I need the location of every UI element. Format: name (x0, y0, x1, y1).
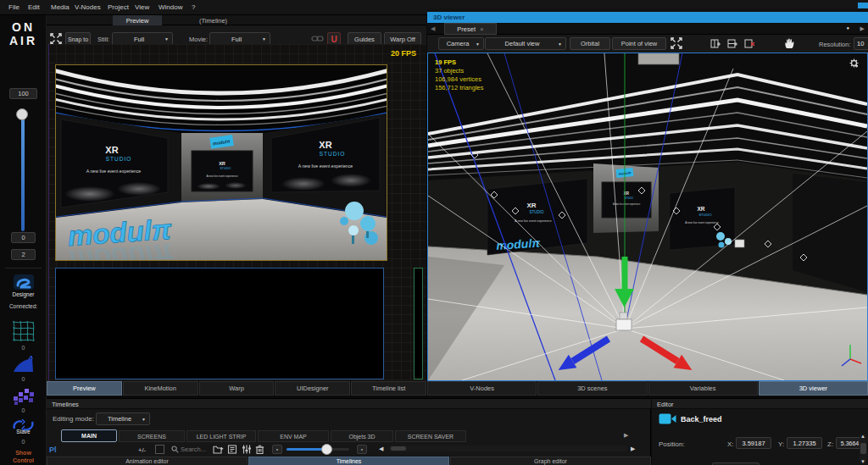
fullscreen-icon[interactable] (670, 37, 682, 49)
add-folder-icon[interactable] (213, 445, 224, 454)
timeline-tab-objets3d[interactable]: Objets 3D (331, 430, 393, 442)
chevron-right-icon[interactable]: ▶ (860, 25, 865, 32)
default-view-dropdown[interactable]: Default view ▼ (485, 37, 566, 50)
timeline-zoom-slider-track[interactable] (287, 448, 349, 451)
opacity-value-button[interactable]: 100 (9, 88, 37, 99)
designer-icon[interactable] (13, 274, 35, 291)
scroll-down-arrow[interactable]: ▼ (860, 459, 865, 464)
menu-view[interactable]: View (135, 3, 149, 11)
scroll-up-arrow[interactable]: ▲ (860, 434, 865, 439)
master-slider-track[interactable] (21, 110, 25, 231)
resolution-field[interactable]: 10 (854, 37, 868, 50)
gear-icon[interactable] (849, 58, 859, 68)
close-split-icon[interactable] (744, 38, 755, 49)
fullscreen-icon[interactable] (50, 33, 62, 45)
tab-uidesigner[interactable]: UIDesigner (275, 381, 350, 396)
viewer-bottom-tabs: V-Nodes 3D scenes Variables 3D viewer (427, 381, 868, 396)
connected-label: Connected: (0, 303, 47, 309)
tab-3d-viewer[interactable]: 3D viewer (759, 381, 868, 396)
editor-vscrollbar-thumb[interactable] (860, 443, 866, 454)
tab-preview[interactable]: Preview (113, 15, 162, 25)
pixel-count: 0 (0, 407, 47, 413)
scroll-right-arrow[interactable]: ▶ (631, 446, 635, 452)
stats-triangles: 156,712 triangles (435, 84, 484, 92)
tab-preview-bottom[interactable]: Preview (47, 381, 122, 396)
y-value-field[interactable]: 1.27335 (787, 437, 822, 449)
point-of-view-button[interactable]: Point of view (612, 37, 666, 50)
trash-icon[interactable] (255, 445, 264, 454)
on-air-line1: ON (0, 20, 47, 34)
menu-edit[interactable]: Edit (28, 3, 40, 11)
split-horizontal-icon[interactable] (727, 38, 738, 49)
tab-variables[interactable]: Variables (648, 381, 758, 396)
add-remove-label[interactable]: +/- (138, 446, 146, 454)
editor-vscrollbar[interactable]: ▲ ▼ (860, 435, 867, 463)
scroll-left-arrow[interactable]: ◀ (379, 446, 383, 452)
tab-overflow-arrow[interactable]: ▶ (624, 432, 628, 439)
menu-window[interactable]: Window (159, 3, 182, 11)
tab-graph-editor[interactable]: Graph editor (450, 457, 651, 465)
timelines-title: Timelines (52, 401, 79, 408)
tab-timeline-list[interactable]: Timeline list (351, 381, 426, 396)
svg-text:STUDIO: STUDIO (320, 151, 346, 157)
timeline-tab-screens[interactable]: SCREENS (119, 430, 185, 442)
svg-text:A new live event experience: A new live event experience (298, 163, 353, 169)
x-value-field[interactable]: 3.59187 (736, 437, 771, 449)
preview-viewport[interactable]: 20 FPS (47, 44, 426, 381)
clipped-label: Pl (49, 446, 57, 454)
timelines-header: Timelines (47, 399, 651, 409)
orbital-button[interactable]: Orbital (570, 37, 610, 50)
close-icon[interactable]: × (480, 25, 484, 33)
note-icon[interactable] (227, 445, 237, 454)
green-strip-frame (414, 268, 423, 379)
master-slider-thumb[interactable] (16, 108, 28, 120)
tab-kinemotion[interactable]: KineMotion (123, 381, 198, 396)
show-control-label[interactable]: Show Control (0, 449, 47, 464)
y-label: Y: (778, 440, 784, 448)
mixer-icon[interactable] (242, 445, 252, 454)
tab-animation-editor[interactable]: Animation editor (47, 457, 248, 465)
dot-button[interactable]: ● (846, 25, 849, 30)
menu-project[interactable]: Project (108, 3, 129, 11)
timeline-zoom-slider-thumb[interactable] (321, 444, 332, 455)
tab-3d-scenes[interactable]: 3D scenes (537, 381, 647, 396)
zoom-out-button[interactable]: ● (272, 445, 282, 454)
filter-checkbox[interactable] (155, 445, 164, 454)
zoom-in-button[interactable]: ● (357, 445, 367, 454)
viewer-title: 3D viewer (433, 14, 465, 21)
timeline-tab-screensaver[interactable]: SCREEN SAVER (395, 430, 466, 442)
tab-vnodes[interactable]: V-Nodes (427, 381, 537, 396)
viewer-titlebar[interactable]: 3D viewer (427, 12, 868, 23)
value-low-button[interactable]: 2 (11, 249, 36, 260)
sidebar-divider (5, 268, 42, 268)
camera-dropdown[interactable]: Camera ▼ (438, 37, 484, 50)
stats-objects: 37 objects (435, 67, 484, 75)
tab-preset[interactable]: Preset × (444, 23, 497, 35)
timelines-panel: Timelines Editing mode: Timeline ▼ MAIN … (47, 398, 651, 465)
wave-icon[interactable] (13, 356, 35, 374)
menu-vnodes[interactable]: V-Nodes (75, 3, 101, 11)
pan-hand-icon[interactable] (783, 37, 796, 50)
timeline-hscrollbar[interactable] (388, 446, 627, 451)
on-air-indicator: ON AIR (0, 20, 47, 47)
warp-grid-icon[interactable] (11, 320, 36, 342)
designer-label: Designer (0, 291, 47, 297)
viewer-viewport[interactable]: XR STUDIO A new live event experience mo… (427, 53, 868, 381)
link-icon[interactable] (311, 34, 324, 43)
menu-media[interactable]: Media (51, 3, 70, 11)
timeline-tab-envmap[interactable]: ENV MAP (258, 430, 329, 442)
split-vertical-icon[interactable] (710, 38, 721, 49)
viewer-render: XR STUDIO A new live event experience mo… (428, 53, 867, 380)
timeline-tab-led[interactable]: LED LIGHT STRIP (186, 430, 256, 442)
editing-mode-dropdown[interactable]: Timeline ▼ (96, 412, 150, 425)
chevron-left-icon[interactable]: ◀ (431, 25, 435, 32)
search-input[interactable] (181, 443, 216, 455)
menu-file[interactable]: File (8, 3, 19, 11)
value-mid-button[interactable]: 0 (11, 232, 36, 243)
timeline-tab-main[interactable]: MAIN (61, 429, 117, 442)
pixel-blocks-icon[interactable] (13, 386, 35, 406)
tab-timelines[interactable]: Timelines (248, 457, 449, 465)
tab-warp[interactable]: Warp (199, 381, 275, 396)
menu-help[interactable]: ? (192, 3, 195, 11)
timeline-hscrollbar-thumb[interactable] (391, 446, 406, 451)
